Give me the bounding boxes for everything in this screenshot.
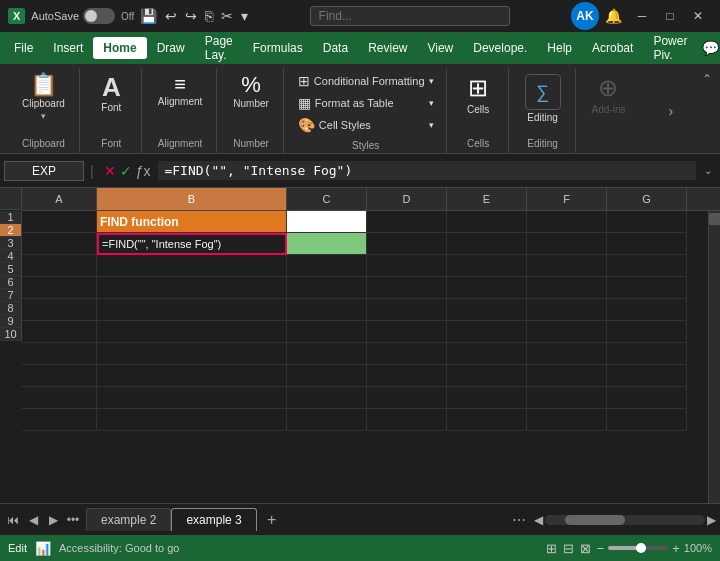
cell-mode-icon[interactable]: 📊 [35,541,51,556]
sheet-add-button[interactable]: + [261,509,283,531]
cell-d2[interactable] [367,233,447,255]
view-layout-icon[interactable]: ⊠ [580,541,591,556]
vertical-scrollbar[interactable] [708,211,720,503]
undo-icon[interactable]: ↩ [165,8,177,24]
menu-data[interactable]: Data [313,37,358,59]
cell-e7[interactable] [447,343,527,365]
menu-pagelayout[interactable]: Page Lay. [195,30,243,66]
sheet-more-button[interactable]: ••• [64,511,82,529]
cell-a7[interactable] [22,343,97,365]
menu-formulas[interactable]: Formulas [243,37,313,59]
zoom-control[interactable]: − + 100% [597,541,712,556]
cell-c4[interactable] [287,277,367,299]
menu-review[interactable]: Review [358,37,417,59]
col-header-e[interactable]: E [447,188,527,210]
cell-b3[interactable] [97,255,287,277]
cell-b7[interactable] [97,343,287,365]
addins-button[interactable]: ⊕ Add-ins [586,72,632,117]
cell-a10[interactable] [22,409,97,431]
col-header-g[interactable]: G [607,188,687,210]
menu-help[interactable]: Help [537,37,582,59]
cell-g6[interactable] [607,321,687,343]
cell-d1[interactable] [367,211,447,233]
row-num-2[interactable]: 2 [0,224,22,237]
bell-icon[interactable]: 🔔 [605,8,622,24]
cell-e3[interactable] [447,255,527,277]
view-pagebreak-icon[interactable]: ⊟ [563,541,574,556]
cell-d10[interactable] [367,409,447,431]
copy-icon[interactable]: ⎘ [205,8,213,24]
sheet-prev-button[interactable]: ◀ [24,511,42,529]
cell-a2[interactable] [22,233,97,255]
cell-e4[interactable] [447,277,527,299]
cell-c6[interactable] [287,321,367,343]
cell-g9[interactable] [607,387,687,409]
cell-styles-button[interactable]: 🎨 Cell Styles ▾ [294,115,438,135]
clipboard-button[interactable]: 📋 Clipboard ▾ [16,72,71,123]
comments-icon[interactable]: 💬 [697,35,720,61]
cell-c3[interactable] [287,255,367,277]
user-avatar[interactable]: AK [571,2,599,30]
cell-d5[interactable] [367,299,447,321]
ribbon-collapse-button[interactable]: ⌃ [702,68,712,153]
cell-a6[interactable] [22,321,97,343]
menu-insert[interactable]: Insert [43,37,93,59]
cell-f10[interactable] [527,409,607,431]
zoom-thumb[interactable] [636,543,646,553]
cell-e1[interactable] [447,211,527,233]
cell-b6[interactable] [97,321,287,343]
cell-d8[interactable] [367,365,447,387]
cancel-formula-icon[interactable]: ✕ [104,163,116,179]
menu-powerpivot[interactable]: Power Piv. [643,30,697,66]
corner-cell[interactable] [0,188,22,210]
menu-file[interactable]: File [4,37,43,59]
cell-b8[interactable] [97,365,287,387]
cell-c1[interactable] [287,211,367,233]
row-num-9[interactable]: 9 [0,315,22,328]
cell-e8[interactable] [447,365,527,387]
row-num-8[interactable]: 8 [0,302,22,315]
row-num-4[interactable]: 4 [0,250,22,263]
minimize-button[interactable]: ─ [628,2,656,30]
sheet-tab-example3[interactable]: example 3 [171,508,256,531]
cell-g2[interactable] [607,233,687,255]
zoom-out-icon[interactable]: − [597,541,605,556]
conditional-formatting-button[interactable]: ⊞ Conditional Formatting ▾ [294,71,438,91]
cell-a1[interactable] [22,211,97,233]
editing-button[interactable]: ∑ Editing [519,72,567,125]
cell-c8[interactable] [287,365,367,387]
cell-d3[interactable] [367,255,447,277]
cell-b9[interactable] [97,387,287,409]
cell-g1[interactable] [607,211,687,233]
font-button[interactable]: A Font [91,72,131,115]
cell-a3[interactable] [22,255,97,277]
cell-f7[interactable] [527,343,607,365]
cell-f2[interactable] [527,233,607,255]
menu-draw[interactable]: Draw [147,37,195,59]
cell-f8[interactable] [527,365,607,387]
cell-f3[interactable] [527,255,607,277]
cell-g5[interactable] [607,299,687,321]
cell-a4[interactable] [22,277,97,299]
cell-e5[interactable] [447,299,527,321]
formula-input[interactable]: =FIND("", "Intense Fog") [158,161,696,180]
row-num-7[interactable]: 7 [0,289,22,302]
cell-b4[interactable] [97,277,287,299]
scroll-right-button[interactable]: ▶ [707,513,716,527]
cell-d6[interactable] [367,321,447,343]
zoom-in-icon[interactable]: + [672,541,680,556]
zoom-slider[interactable] [608,546,668,550]
cell-g3[interactable] [607,255,687,277]
scroll-left-button[interactable]: ◀ [534,513,543,527]
cell-d9[interactable] [367,387,447,409]
row-num-3[interactable]: 3 [0,237,22,250]
cell-e2[interactable] [447,233,527,255]
col-header-c[interactable]: C [287,188,367,210]
cell-f9[interactable] [527,387,607,409]
cut-icon[interactable]: ✂ [221,8,233,24]
name-box[interactable] [4,161,84,181]
cell-b5[interactable] [97,299,287,321]
sheet-first-button[interactable]: ⏮ [4,511,22,529]
menu-view[interactable]: View [417,37,463,59]
cell-a5[interactable] [22,299,97,321]
